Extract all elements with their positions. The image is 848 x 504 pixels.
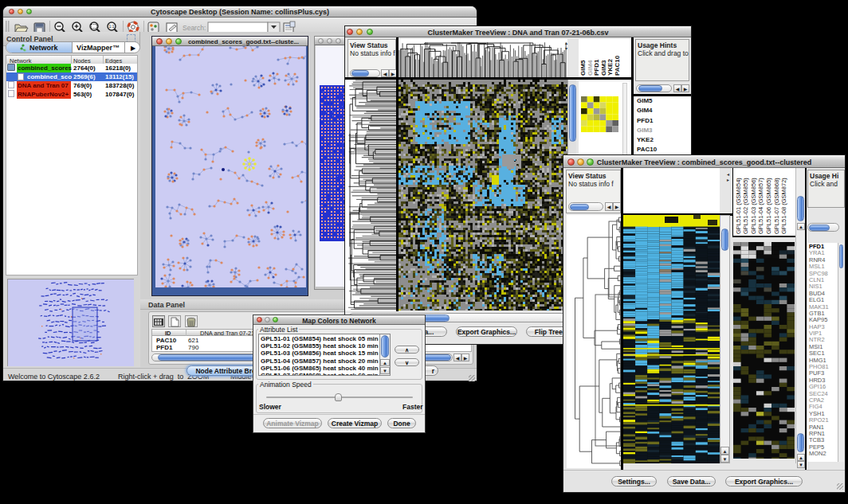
svg-text:GPL51-02 (GSM855): GPL51-02 (GSM855) — [742, 178, 749, 234]
svg-text:GPL51-04 (GSM857): GPL51-04 (GSM857) — [757, 178, 764, 234]
svg-text:GPL51-06 (GSM865): GPL51-06 (GSM865) — [765, 178, 772, 234]
svg-text:GPL51-08 (GSM872): GPL51-08 (GSM872) — [780, 178, 787, 234]
svg-text:Search:: Search: — [183, 24, 206, 32]
svg-text:GPL51-03 (GSM856): GPL51-03 (GSM856) — [750, 178, 757, 234]
svg-text:GPL51-07 (GSM868): GPL51-07 (GSM868) — [773, 178, 780, 234]
svg-text:1:1: 1:1 — [109, 24, 115, 29]
svg-text:PAC10: PAC10 — [614, 55, 621, 76]
svg-text:GPL51-01 (GSM854): GPL51-01 (GSM854) — [735, 178, 742, 234]
